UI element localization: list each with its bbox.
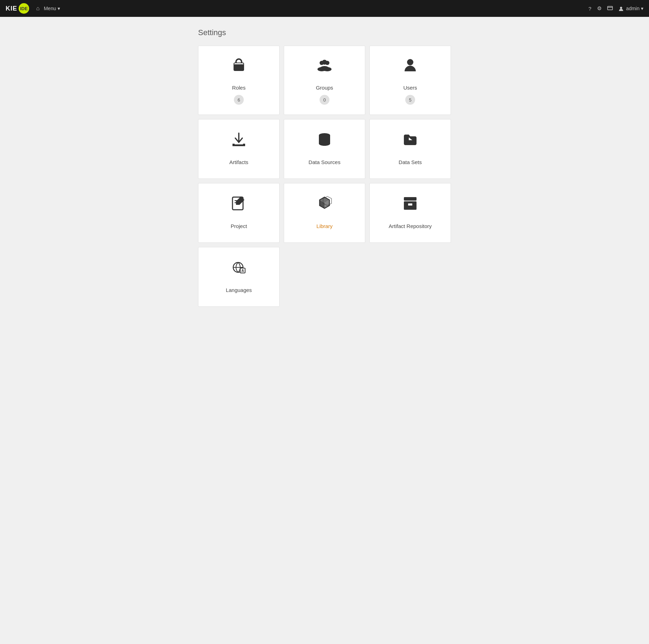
edit-icon (231, 196, 247, 218)
cubes-icon (317, 196, 332, 218)
svg-point-11 (407, 59, 413, 65)
card-artifacts[interactable]: Artifacts (198, 119, 280, 179)
card-library[interactable]: Library (284, 183, 365, 243)
user-icon (402, 57, 418, 80)
lock-icon (231, 57, 247, 80)
empty-cell-2 (369, 247, 451, 307)
card-users[interactable]: Users 5 (369, 46, 451, 115)
svg-rect-13 (232, 144, 235, 146)
svg-rect-14 (243, 144, 245, 146)
navbar: KIE IDE ⌂ Menu ▾ ? ⚙ admin ▾ (0, 0, 649, 17)
card-languages[interactable]: A Languages (198, 247, 280, 307)
settings-grid: Roles 6 Groups 0 (198, 46, 451, 243)
help-icon[interactable]: ? (589, 6, 591, 12)
project-label: Project (231, 223, 247, 229)
menu-button[interactable]: Menu ▾ (44, 6, 60, 11)
svg-rect-26 (408, 203, 412, 206)
card-groups[interactable]: Groups 0 (284, 46, 365, 115)
svg-rect-0 (608, 6, 612, 10)
roles-label: Roles (232, 85, 245, 91)
brand: KIE IDE (6, 3, 29, 14)
ide-badge: IDE (19, 3, 29, 14)
page-title: Settings (198, 28, 451, 37)
card-data-sources[interactable]: Data Sources (284, 119, 365, 179)
download-icon (231, 132, 247, 154)
translate-icon: A (231, 260, 247, 282)
groups-badge: 0 (320, 95, 329, 105)
card-artifact-repository[interactable]: Artifact Repository (369, 183, 451, 243)
svg-text:A: A (241, 269, 244, 273)
card-project[interactable]: Project (198, 183, 280, 243)
users-badge: 5 (405, 95, 415, 105)
home-icon[interactable]: ⌂ (36, 5, 40, 12)
users-label: Users (403, 85, 417, 91)
svg-rect-24 (404, 197, 417, 201)
box-icon[interactable] (607, 5, 613, 12)
card-data-sets[interactable]: Data Sets (369, 119, 451, 179)
roles-badge: 6 (234, 95, 244, 105)
user-menu[interactable]: admin ▾ (618, 6, 643, 11)
artifact-repository-label: Artifact Repository (389, 223, 432, 229)
svg-point-1 (620, 7, 622, 9)
library-label: Library (316, 223, 333, 229)
svg-point-10 (320, 66, 329, 71)
folder-icon (402, 132, 418, 154)
archive-icon (402, 196, 418, 218)
empty-cell-1 (284, 247, 365, 307)
groups-label: Groups (316, 85, 333, 91)
navbar-right: ? ⚙ admin ▾ (589, 5, 643, 12)
svg-point-7 (322, 60, 327, 65)
artifacts-label: Artifacts (229, 159, 248, 165)
data-sources-label: Data Sources (309, 159, 341, 165)
kie-label: KIE (6, 5, 17, 12)
svg-rect-4 (234, 64, 244, 71)
main-content: Settings Roles 6 (184, 17, 465, 318)
groups-icon (317, 57, 332, 80)
gear-icon[interactable]: ⚙ (597, 5, 602, 12)
card-roles[interactable]: Roles 6 (198, 46, 280, 115)
database-icon (317, 132, 332, 154)
languages-label: Languages (226, 287, 252, 293)
settings-grid-bottom: A Languages (198, 247, 451, 307)
data-sets-label: Data Sets (399, 159, 422, 165)
